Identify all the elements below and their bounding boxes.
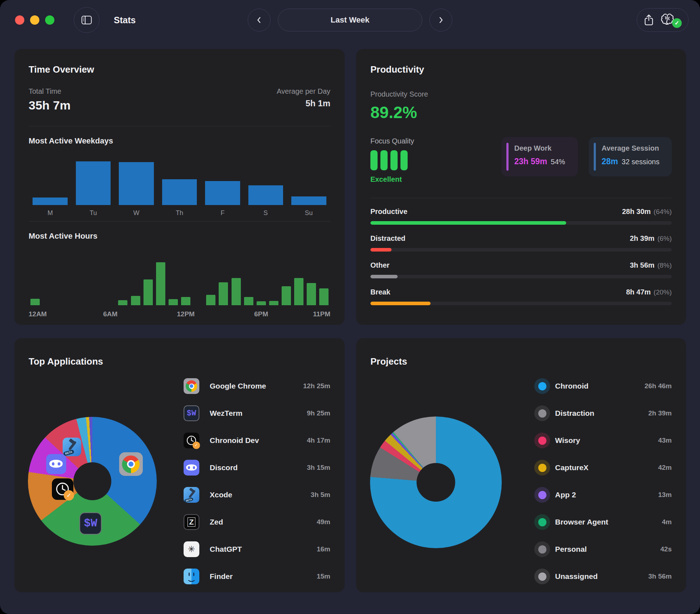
application-row[interactable]: Finder15m <box>184 563 330 590</box>
project-row[interactable]: Unassigned3h 56m <box>534 563 672 590</box>
weekday-column: Su <box>287 161 330 217</box>
deep-work-label: Deep Work <box>514 144 571 152</box>
hour-axis-label: 6PM <box>254 310 268 318</box>
hour-bar <box>244 297 253 305</box>
minimize-window-button[interactable] <box>30 15 39 25</box>
project-color-badge <box>534 460 550 476</box>
project-row[interactable]: Distraction2h 39m <box>534 400 672 427</box>
focus-row: Focus Quality Excellent Deep Work 23h 59… <box>370 137 672 184</box>
breakdown-percent: (20%) <box>653 288 672 296</box>
productivity-score-label: Productivity Score <box>370 90 672 98</box>
divider <box>370 198 672 198</box>
average-session-count: 32 sessions <box>622 158 660 166</box>
zed-app-icon: Z <box>184 514 199 530</box>
application-row[interactable]: Discord3h 15m <box>184 454 330 481</box>
application-name: ChatGPT <box>210 545 317 554</box>
weekday-column: Th <box>158 161 201 217</box>
project-duration: 13m <box>658 491 672 499</box>
project-row[interactable]: Chronoid26h 46m <box>534 372 672 400</box>
application-name: Discord <box>210 463 307 472</box>
average-session-chip: Average Session 28m 32 sessions <box>589 137 672 176</box>
deep-work-chip: Deep Work 23h 59m 54% <box>501 137 578 176</box>
breakdown-label: Distracted <box>370 234 405 243</box>
application-row[interactable]: BETAXcode3h 5m <box>184 481 330 508</box>
weekday-column: M <box>29 161 72 217</box>
chronoid-app-icon: ✓ <box>184 433 199 448</box>
hours-bar-chart <box>29 262 330 305</box>
average-session-accent-bar <box>594 143 596 171</box>
projects-list: Chronoid26h 46mDistraction2h 39mWisory43… <box>534 372 672 590</box>
application-row[interactable]: Google Chrome12h 25m <box>184 372 330 400</box>
ai-insights-button[interactable]: ✓ <box>660 13 682 28</box>
weekday-label: Su <box>305 209 313 217</box>
chevron-left-icon <box>255 16 263 24</box>
project-row[interactable]: Browser Agent4m <box>534 508 672 536</box>
weekday-label: Tu <box>89 209 97 217</box>
breakdown-value: 2h 39m(6%) <box>630 234 672 243</box>
application-row[interactable]: ✳ChatGPT16m <box>184 536 330 563</box>
beta-badge: BETA <box>63 449 74 456</box>
focus-quality-bars <box>370 150 491 170</box>
breakdown-label: Other <box>370 261 389 269</box>
donut-hole <box>417 463 455 502</box>
hour-bar <box>206 295 215 305</box>
breakdown-row: Productive28h 30m(64%) <box>370 208 672 225</box>
project-duration: 26h 46m <box>645 382 672 390</box>
traffic-lights <box>15 15 54 25</box>
project-duration: 43m <box>658 437 672 444</box>
chrome-app-icon <box>119 452 143 476</box>
project-color-badge <box>534 569 550 584</box>
project-row[interactable]: Wisory43m <box>534 427 672 454</box>
hour-bar <box>131 296 140 305</box>
period-selector[interactable]: Last Week <box>278 9 422 31</box>
project-color-badge <box>534 378 550 394</box>
weekday-label: S <box>263 209 268 217</box>
application-name: Chronoid Dev <box>210 436 307 445</box>
application-duration: 3h 15m <box>307 464 330 472</box>
application-duration: 15m <box>317 572 330 580</box>
progress-fill <box>370 221 566 225</box>
close-window-button[interactable] <box>15 15 24 25</box>
focus-bar <box>380 150 388 170</box>
project-name: Chronoid <box>555 382 645 390</box>
next-period-button[interactable] <box>429 9 452 31</box>
weekday-column: Tu <box>72 161 115 217</box>
project-duration: 42m <box>658 464 672 472</box>
chevron-right-icon <box>437 16 445 24</box>
focus-bar <box>400 150 408 170</box>
breakdown-row: Break8h 47m(20%) <box>370 288 672 305</box>
hour-axis-label: 12PM <box>177 310 195 318</box>
zoom-window-button[interactable] <box>45 15 54 25</box>
hour-bar <box>169 299 178 305</box>
deep-work-percent: 54% <box>551 158 565 166</box>
weekdays-chart-title: Most Active Weekdays <box>29 136 330 146</box>
share-button[interactable] <box>643 14 654 26</box>
pie-overlay-xcode: BETA <box>63 438 81 456</box>
previous-period-button[interactable] <box>248 9 271 31</box>
progress-track <box>370 221 672 225</box>
weekday-label: Th <box>176 209 183 217</box>
project-name: Unassigned <box>555 572 648 581</box>
application-row[interactable]: $WWezTerm9h 25m <box>184 400 330 427</box>
progress-fill <box>370 302 431 305</box>
hour-bar <box>269 301 278 305</box>
application-name: Zed <box>210 518 317 526</box>
application-row[interactable]: ZZed49m <box>184 508 330 536</box>
project-color-dot <box>538 545 546 554</box>
pie-overlay-wezterm: $W <box>79 512 102 535</box>
project-row[interactable]: App 213m <box>534 481 672 508</box>
project-row[interactable]: Personal42s <box>534 536 672 563</box>
application-name: Xcode <box>210 491 311 499</box>
sync-check-icon: ✓ <box>672 18 682 28</box>
breakdown-percent: (8%) <box>657 262 672 269</box>
progress-track <box>370 275 672 278</box>
application-name: Finder <box>210 572 317 581</box>
toggle-sidebar-button[interactable] <box>74 7 99 33</box>
beta-badge: BETA <box>184 497 194 502</box>
divider <box>29 221 330 221</box>
application-row[interactable]: ✓Chronoid Dev4h 17m <box>184 427 330 454</box>
chrome-app-icon <box>184 378 199 394</box>
hour-axis-label: 11PM <box>313 310 330 318</box>
project-row[interactable]: CaptureX42m <box>534 454 672 481</box>
project-color-badge <box>534 405 550 421</box>
